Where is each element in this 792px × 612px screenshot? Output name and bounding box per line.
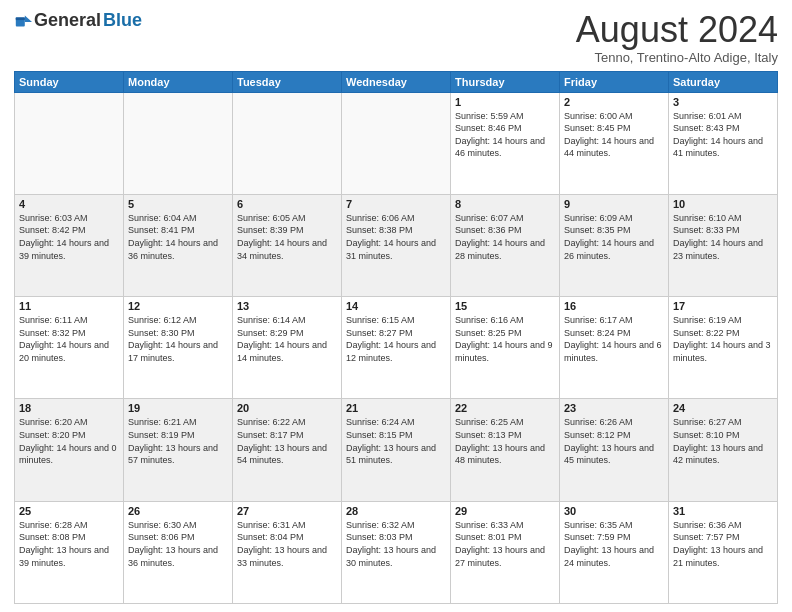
table-row (233, 92, 342, 194)
table-row (124, 92, 233, 194)
day-number: 28 (346, 505, 446, 517)
day-info: Sunrise: 6:30 AM Sunset: 8:06 PM Dayligh… (128, 519, 228, 569)
table-row: 16Sunrise: 6:17 AM Sunset: 8:24 PM Dayli… (560, 297, 669, 399)
logo: General Blue (14, 10, 142, 31)
table-row: 6Sunrise: 6:05 AM Sunset: 8:39 PM Daylig… (233, 194, 342, 296)
table-row: 24Sunrise: 6:27 AM Sunset: 8:10 PM Dayli… (669, 399, 778, 501)
day-number: 17 (673, 300, 773, 312)
day-info: Sunrise: 6:15 AM Sunset: 8:27 PM Dayligh… (346, 314, 446, 364)
logo-icon (14, 12, 32, 30)
table-row: 9Sunrise: 6:09 AM Sunset: 8:35 PM Daylig… (560, 194, 669, 296)
location: Tenno, Trentino-Alto Adige, Italy (576, 50, 778, 65)
day-info: Sunrise: 6:19 AM Sunset: 8:22 PM Dayligh… (673, 314, 773, 364)
day-number: 29 (455, 505, 555, 517)
day-number: 4 (19, 198, 119, 210)
day-info: Sunrise: 6:31 AM Sunset: 8:04 PM Dayligh… (237, 519, 337, 569)
title-block: August 2024 Tenno, Trentino-Alto Adige, … (576, 10, 778, 65)
calendar-row: 11Sunrise: 6:11 AM Sunset: 8:32 PM Dayli… (15, 297, 778, 399)
col-thursday: Thursday (451, 71, 560, 92)
day-number: 30 (564, 505, 664, 517)
day-number: 21 (346, 402, 446, 414)
page: General Blue August 2024 Tenno, Trentino… (0, 0, 792, 612)
day-number: 7 (346, 198, 446, 210)
day-number: 5 (128, 198, 228, 210)
day-info: Sunrise: 6:17 AM Sunset: 8:24 PM Dayligh… (564, 314, 664, 364)
day-number: 23 (564, 402, 664, 414)
table-row: 25Sunrise: 6:28 AM Sunset: 8:08 PM Dayli… (15, 501, 124, 603)
logo-blue: Blue (103, 10, 142, 31)
svg-marker-1 (25, 15, 32, 21)
table-row: 30Sunrise: 6:35 AM Sunset: 7:59 PM Dayli… (560, 501, 669, 603)
day-number: 13 (237, 300, 337, 312)
table-row: 12Sunrise: 6:12 AM Sunset: 8:30 PM Dayli… (124, 297, 233, 399)
day-info: Sunrise: 6:35 AM Sunset: 7:59 PM Dayligh… (564, 519, 664, 569)
calendar-row: 18Sunrise: 6:20 AM Sunset: 8:20 PM Dayli… (15, 399, 778, 501)
day-info: Sunrise: 6:28 AM Sunset: 8:08 PM Dayligh… (19, 519, 119, 569)
day-number: 2 (564, 96, 664, 108)
table-row: 29Sunrise: 6:33 AM Sunset: 8:01 PM Dayli… (451, 501, 560, 603)
table-row: 21Sunrise: 6:24 AM Sunset: 8:15 PM Dayli… (342, 399, 451, 501)
month-title: August 2024 (576, 10, 778, 50)
table-row: 2Sunrise: 6:00 AM Sunset: 8:45 PM Daylig… (560, 92, 669, 194)
day-info: Sunrise: 6:11 AM Sunset: 8:32 PM Dayligh… (19, 314, 119, 364)
table-row: 27Sunrise: 6:31 AM Sunset: 8:04 PM Dayli… (233, 501, 342, 603)
day-info: Sunrise: 6:06 AM Sunset: 8:38 PM Dayligh… (346, 212, 446, 262)
col-saturday: Saturday (669, 71, 778, 92)
day-info: Sunrise: 6:03 AM Sunset: 8:42 PM Dayligh… (19, 212, 119, 262)
day-number: 6 (237, 198, 337, 210)
day-number: 16 (564, 300, 664, 312)
table-row: 23Sunrise: 6:26 AM Sunset: 8:12 PM Dayli… (560, 399, 669, 501)
table-row: 31Sunrise: 6:36 AM Sunset: 7:57 PM Dayli… (669, 501, 778, 603)
day-info: Sunrise: 6:00 AM Sunset: 8:45 PM Dayligh… (564, 110, 664, 160)
table-row: 13Sunrise: 6:14 AM Sunset: 8:29 PM Dayli… (233, 297, 342, 399)
table-row: 4Sunrise: 6:03 AM Sunset: 8:42 PM Daylig… (15, 194, 124, 296)
table-row: 20Sunrise: 6:22 AM Sunset: 8:17 PM Dayli… (233, 399, 342, 501)
day-number: 1 (455, 96, 555, 108)
table-row: 7Sunrise: 6:06 AM Sunset: 8:38 PM Daylig… (342, 194, 451, 296)
day-info: Sunrise: 6:10 AM Sunset: 8:33 PM Dayligh… (673, 212, 773, 262)
day-info: Sunrise: 6:05 AM Sunset: 8:39 PM Dayligh… (237, 212, 337, 262)
calendar-row: 4Sunrise: 6:03 AM Sunset: 8:42 PM Daylig… (15, 194, 778, 296)
day-number: 18 (19, 402, 119, 414)
table-row: 15Sunrise: 6:16 AM Sunset: 8:25 PM Dayli… (451, 297, 560, 399)
header: General Blue August 2024 Tenno, Trentino… (14, 10, 778, 65)
day-info: Sunrise: 6:12 AM Sunset: 8:30 PM Dayligh… (128, 314, 228, 364)
day-number: 24 (673, 402, 773, 414)
day-info: Sunrise: 6:36 AM Sunset: 7:57 PM Dayligh… (673, 519, 773, 569)
table-row: 8Sunrise: 6:07 AM Sunset: 8:36 PM Daylig… (451, 194, 560, 296)
day-info: Sunrise: 6:16 AM Sunset: 8:25 PM Dayligh… (455, 314, 555, 364)
table-row: 5Sunrise: 6:04 AM Sunset: 8:41 PM Daylig… (124, 194, 233, 296)
table-row: 26Sunrise: 6:30 AM Sunset: 8:06 PM Dayli… (124, 501, 233, 603)
day-info: Sunrise: 6:14 AM Sunset: 8:29 PM Dayligh… (237, 314, 337, 364)
col-sunday: Sunday (15, 71, 124, 92)
day-info: Sunrise: 6:09 AM Sunset: 8:35 PM Dayligh… (564, 212, 664, 262)
svg-rect-2 (16, 17, 25, 20)
day-number: 9 (564, 198, 664, 210)
day-number: 3 (673, 96, 773, 108)
table-row: 14Sunrise: 6:15 AM Sunset: 8:27 PM Dayli… (342, 297, 451, 399)
day-number: 19 (128, 402, 228, 414)
calendar: Sunday Monday Tuesday Wednesday Thursday… (14, 71, 778, 604)
day-info: Sunrise: 6:26 AM Sunset: 8:12 PM Dayligh… (564, 416, 664, 466)
col-friday: Friday (560, 71, 669, 92)
col-wednesday: Wednesday (342, 71, 451, 92)
day-info: Sunrise: 6:20 AM Sunset: 8:20 PM Dayligh… (19, 416, 119, 466)
day-number: 26 (128, 505, 228, 517)
day-info: Sunrise: 6:33 AM Sunset: 8:01 PM Dayligh… (455, 519, 555, 569)
table-row: 1Sunrise: 5:59 AM Sunset: 8:46 PM Daylig… (451, 92, 560, 194)
table-row: 28Sunrise: 6:32 AM Sunset: 8:03 PM Dayli… (342, 501, 451, 603)
day-number: 25 (19, 505, 119, 517)
calendar-header-row: Sunday Monday Tuesday Wednesday Thursday… (15, 71, 778, 92)
table-row (342, 92, 451, 194)
table-row: 19Sunrise: 6:21 AM Sunset: 8:19 PM Dayli… (124, 399, 233, 501)
table-row: 11Sunrise: 6:11 AM Sunset: 8:32 PM Dayli… (15, 297, 124, 399)
table-row: 18Sunrise: 6:20 AM Sunset: 8:20 PM Dayli… (15, 399, 124, 501)
table-row: 22Sunrise: 6:25 AM Sunset: 8:13 PM Dayli… (451, 399, 560, 501)
day-number: 31 (673, 505, 773, 517)
day-number: 10 (673, 198, 773, 210)
day-number: 27 (237, 505, 337, 517)
table-row: 3Sunrise: 6:01 AM Sunset: 8:43 PM Daylig… (669, 92, 778, 194)
day-number: 11 (19, 300, 119, 312)
day-number: 22 (455, 402, 555, 414)
table-row: 10Sunrise: 6:10 AM Sunset: 8:33 PM Dayli… (669, 194, 778, 296)
